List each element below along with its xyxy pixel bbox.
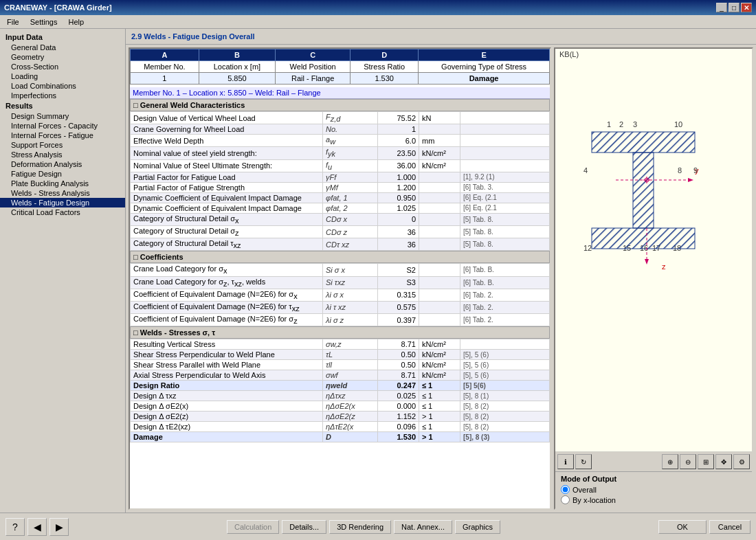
menu-help[interactable]: Help (64, 17, 88, 27)
table-row: Shear Stress Perpendicular to Weld Plane… (131, 350, 550, 360)
mode-overall-radio[interactable] (561, 485, 570, 494)
stresses-table: Resulting Vertical Stress σw,z 8.71 kN/c… (130, 339, 550, 442)
mode-by-x-radio[interactable] (561, 495, 570, 504)
table-row: Dynamic Coefficient of Equivalent Impact… (131, 192, 550, 203)
mode-by-x-option[interactable]: By x-location (561, 495, 746, 504)
table-row: Design Ratio ηweld 0.247 ≤ 1 [5] 5(6) (131, 381, 550, 391)
zoom-out-button[interactable]: ⊖ (680, 454, 696, 469)
col-a-header: A (131, 49, 199, 61)
details-button[interactable]: Details... (282, 520, 326, 534)
svg-text:2: 2 (619, 120, 623, 128)
rendering-button[interactable]: 3D Rendering (329, 520, 391, 534)
graphics-label: KB(L) (555, 49, 752, 60)
table-row: Dynamic Coefficient of Equivalent Impact… (131, 203, 550, 213)
content-area: 2.9 Welds - Fatigue Design Overall A B C… (126, 29, 756, 513)
graphics-button[interactable]: Graphics (455, 520, 500, 534)
coefficients-table: Crane Load Category for σx Si σ x S2 [6]… (130, 263, 550, 326)
table-row: Coefficient of Equivalent Damage (N=2E6)… (131, 289, 550, 301)
window-controls: _ □ ✕ (716, 3, 752, 12)
content-header: 2.9 Welds - Fatigue Design Overall (126, 29, 756, 45)
section-coefficients-header[interactable]: □ Coefficients (130, 251, 550, 263)
menu-file[interactable]: File (3, 17, 23, 27)
sidebar-item-imperfections[interactable]: Imperfections (0, 91, 125, 100)
menu-bar: File Settings Help (0, 15, 756, 29)
main-container: Input Data General Data Geometry Cross-S… (0, 29, 756, 513)
sidebar-item-welds-fatigue[interactable]: Welds - Fatigue Design (0, 198, 125, 207)
svg-text:3: 3 (633, 120, 637, 128)
page-title: 2.9 Welds - Fatigue Design Overall (131, 32, 255, 41)
sidebar-item-cross-section[interactable]: Cross-Section (0, 62, 125, 71)
sidebar-item-plate-buckling[interactable]: Plate Buckling Analysis (0, 179, 125, 188)
sidebar-item-support-forces[interactable]: Support Forces (0, 140, 125, 150)
table-row: Category of Structural Detail σz CDσ z 3… (131, 225, 550, 238)
section-general-header[interactable]: □ General Weld Characteristics (130, 99, 550, 111)
col-c-header: C (276, 49, 351, 61)
sidebar-item-geometry[interactable]: Geometry (0, 52, 125, 62)
fit-button[interactable]: ⊞ (698, 454, 714, 469)
data-panel: A B C D E Member No. Location x [m] Weld… (129, 47, 551, 510)
cancel-button[interactable]: Cancel (709, 520, 751, 534)
sidebar-item-general-data[interactable]: General Data (0, 43, 125, 52)
sidebar-item-loading[interactable]: Loading (0, 71, 125, 81)
table-row: Design Δ τE2(xz) ηΔτE2(x 0.096 ≤ 1 [5], … (131, 422, 550, 432)
sidebar-item-design-summary[interactable]: Design Summary (0, 111, 125, 121)
table-row: Design Δ τxz ηΔτxz 0.025 ≤ 1 [5], 8 (1) (131, 391, 550, 401)
table-row: Coefficient of Equivalent Damage (N=2E6)… (131, 314, 550, 326)
sidebar-section-input: Input Data (0, 32, 125, 43)
general-weld-table: Design Value of Vertical Wheel Load Fz,d… (130, 111, 550, 251)
svg-rect-17 (633, 153, 654, 228)
bottom-right-buttons: OK Cancel (658, 520, 751, 534)
graphics-panel: KB(L) y z 1 2 3 (554, 47, 753, 510)
mode-overall-label: Overall (572, 486, 597, 494)
table-row: Resulting Vertical Stress σw,z 8.71 kN/c… (131, 339, 550, 350)
sidebar-item-welds-stress[interactable]: Welds - Stress Analysis (0, 188, 125, 198)
info-button[interactable]: ℹ (557, 454, 574, 469)
sidebar-item-internal-forces-capacity[interactable]: Internal Forces - Capacity (0, 121, 125, 131)
svg-text:8: 8 (678, 166, 682, 175)
next-button[interactable]: ▶ (49, 518, 69, 536)
sidebar-item-internal-forces-fatigue[interactable]: Internal Forces - Fatigue (0, 131, 125, 140)
table-row: Category of Structural Detail σx CDσ x 0… (131, 213, 550, 225)
sidebar: Input Data General Data Geometry Cross-S… (0, 29, 126, 513)
calculation-button[interactable]: Calculation (227, 520, 279, 534)
table-row: Axial Stress Perpendicular to Weld Axis … (131, 370, 550, 381)
sidebar-item-stress-analysis[interactable]: Stress Analysis (0, 150, 125, 159)
table-row: Crane Governing for Wheel Load No. 1 (131, 124, 550, 135)
section-stresses-header[interactable]: □ Welds - Stresses σ, τ (130, 326, 550, 339)
sidebar-item-load-combinations[interactable]: Load Combinations (0, 81, 125, 91)
ok-button[interactable]: OK (658, 520, 707, 534)
table-row: Shear Stress Parallel with Weld Plane τl… (131, 360, 550, 370)
svg-rect-18 (592, 228, 695, 249)
bottom-center-buttons: Calculation Details... 3D Rendering Nat.… (227, 520, 500, 534)
table-row: Nominal Value of Steel Ultimate Strength… (131, 159, 550, 172)
location-text: Member No. 1 – Location x: 5.850 – Weld:… (130, 87, 550, 99)
prev-button[interactable]: ◀ (27, 518, 47, 536)
sidebar-item-fatigue-design[interactable]: Fatigue Design (0, 169, 125, 179)
help-button[interactable]: ? (5, 518, 25, 536)
table-row: Crane Load Category for σx Si σ x S2 [6]… (131, 264, 550, 276)
zoom-in-button[interactable]: ⊕ (662, 454, 678, 469)
svg-text:12: 12 (583, 244, 592, 252)
svg-text:4: 4 (583, 166, 588, 175)
settings-button[interactable]: ⚙ (733, 454, 750, 469)
table-row: Crane Load Category for σz, τxz, welds S… (131, 276, 550, 289)
minimize-button[interactable]: _ (716, 3, 727, 12)
rotate-button[interactable]: ↻ (575, 454, 592, 469)
content-body: A B C D E Member No. Location x [m] Weld… (126, 45, 756, 513)
bottom-left-buttons: ? ◀ ▶ (5, 518, 69, 536)
maximize-button[interactable]: □ (729, 3, 740, 12)
graphics-svg-area: y z 1 2 3 10 4 8 9 12 15 (555, 60, 752, 451)
graphics-toolbar: ℹ ↻ ⊕ ⊖ ⊞ ✥ ⚙ (555, 451, 752, 471)
pan-button[interactable]: ✥ (715, 454, 732, 469)
close-button[interactable]: ✕ (741, 3, 752, 12)
menu-settings[interactable]: Settings (26, 17, 62, 27)
sidebar-item-deformation-analysis[interactable]: Deformation Analysis (0, 159, 125, 169)
title-bar: CRANEWAY - [CRAWA Girder] _ □ ✕ (0, 0, 756, 15)
sidebar-section-results: Results (0, 100, 125, 111)
table-row: Effective Weld Depth aw 6.0 mm (131, 135, 550, 147)
sidebar-item-critical-load[interactable]: Critical Load Factors (0, 207, 125, 217)
svg-text:10: 10 (674, 120, 682, 128)
nat-annex-button[interactable]: Nat. Annex... (394, 520, 452, 534)
table-row: Partial Factor of Fatigue Strength γMf 1… (131, 182, 550, 192)
mode-overall-option[interactable]: Overall (561, 485, 746, 494)
